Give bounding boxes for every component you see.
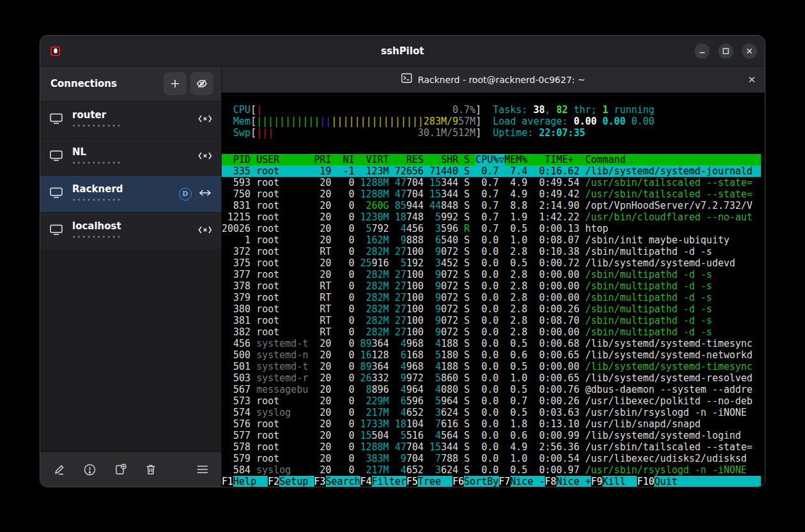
fkey-F2-label[interactable]: Setup bbox=[279, 476, 314, 487]
fkey-F4-label[interactable]: Filter bbox=[372, 476, 406, 487]
process-row-20026[interactable]: 20026 root 20 0 5792 4456 3596 R 0.7 0.5… bbox=[222, 223, 761, 234]
process-row-379[interactable]: 379 root RT 0 282M 27100 9072 S 0.0 2.8 … bbox=[222, 292, 761, 303]
copy-plus-icon bbox=[114, 463, 127, 476]
fkey-F9[interactable]: F9 bbox=[591, 476, 602, 487]
fkey-F7-label[interactable]: Nice - bbox=[510, 476, 545, 487]
pencil-icon bbox=[53, 463, 66, 476]
disconnected-link-icon bbox=[198, 225, 212, 237]
fkey-F1[interactable]: F1 bbox=[222, 476, 233, 487]
process-row-1215[interactable]: 1215 root 20 0 1230M 18748 5992 S 0.7 1.… bbox=[222, 211, 761, 223]
fkey-F7[interactable]: F7 bbox=[499, 476, 510, 487]
swp-meter: Swp[||| 30.1M/512M] Uptime: 22:07:35 bbox=[222, 127, 761, 139]
process-row-578[interactable]: 578 root 20 0 1288M 47704 15344 S 0.0 4.… bbox=[222, 441, 761, 453]
maximize-icon bbox=[722, 47, 730, 55]
process-row-503[interactable]: 503 systemd-r 20 0 26332 9972 5860 S 0.0… bbox=[222, 372, 761, 384]
process-row-576[interactable]: 576 root 20 0 1733M 18104 7616 S 0.0 1.8… bbox=[222, 418, 761, 430]
process-row-375[interactable]: 375 root 20 0 25916 5192 3452 S 0.0 0.5 … bbox=[222, 257, 761, 269]
fkey-F8-label[interactable]: Nice + bbox=[556, 476, 591, 487]
process-row-567[interactable]: 567 messagebu 20 0 8896 4964 4080 S 0.0 … bbox=[222, 384, 761, 395]
fkey-F10-label[interactable]: Quit bbox=[654, 476, 689, 487]
connection-name: router bbox=[72, 110, 198, 121]
process-row-500[interactable]: 500 systemd-n 20 0 16128 6168 5180 S 0.0… bbox=[222, 349, 761, 361]
hide-passwords-button[interactable] bbox=[190, 72, 213, 95]
fkey-F10[interactable]: F10 bbox=[637, 476, 654, 487]
fkey-F8[interactable]: F8 bbox=[545, 476, 556, 487]
connection-password-mask: •••••••••• bbox=[72, 159, 198, 167]
process-row-573[interactable]: 573 root 20 0 229M 6596 5964 S 0.0 0.7 0… bbox=[222, 395, 761, 407]
connection-info-button[interactable] bbox=[83, 463, 96, 476]
computer-icon bbox=[49, 149, 65, 164]
fkey-bar: F1Help F2Setup F3SearchF4FilterF5Tree F6… bbox=[222, 476, 761, 487]
app-icon bbox=[50, 46, 60, 56]
process-row-380[interactable]: 380 root RT 0 282M 27100 9072 S 0.0 2.8 … bbox=[222, 303, 761, 315]
process-row-372[interactable]: 372 root RT 0 282M 27100 9072 S 0.0 2.8 … bbox=[222, 246, 761, 257]
trash-icon bbox=[144, 463, 157, 476]
connection-password-mask: •••••••••• bbox=[72, 233, 198, 241]
maximize-button[interactable] bbox=[718, 43, 733, 59]
fkey-F5[interactable]: F5 bbox=[406, 476, 418, 487]
process-row-831[interactable]: 831 root 20 0 260G 85944 44848 S 0.7 8.8… bbox=[222, 200, 761, 211]
fkey-F5-label[interactable]: Tree bbox=[418, 476, 452, 487]
mem-meter: Mem[|||||||||||||||||||||||||||||283M/95… bbox=[222, 116, 761, 127]
computer-icon bbox=[49, 224, 65, 238]
computer-icon bbox=[49, 112, 65, 127]
hamburger-menu-icon bbox=[197, 465, 208, 474]
fkey-F3[interactable]: F3 bbox=[314, 476, 326, 487]
process-row-378[interactable]: 378 root RT 0 282M 27100 9072 S 0.0 2.8 … bbox=[222, 280, 761, 292]
process-row-382[interactable]: 382 root RT 0 282M 27100 9072 S 0.0 2.8 … bbox=[222, 326, 761, 338]
titlebar: sshPilot bbox=[40, 36, 765, 66]
minimize-button[interactable] bbox=[694, 43, 710, 59]
fkey-F2[interactable]: F2 bbox=[268, 476, 279, 487]
computer-icon bbox=[49, 186, 65, 201]
fkey-F3-label[interactable]: Search bbox=[326, 476, 360, 487]
disconnected-link-icon bbox=[198, 114, 212, 126]
connection-name: Racknerd bbox=[72, 184, 179, 195]
main-menu-button[interactable] bbox=[197, 465, 208, 474]
eye-off-icon bbox=[195, 77, 208, 90]
delete-connection-button[interactable] bbox=[144, 463, 157, 476]
sort-column-cpu[interactable]: CPU%▽ bbox=[475, 154, 504, 165]
add-connection-button[interactable] bbox=[164, 72, 187, 95]
process-table-header[interactable]: PID USER PRI NI VIRT RES SHR S CPU%▽MEM%… bbox=[222, 154, 761, 165]
duplicate-connection-button[interactable] bbox=[114, 463, 127, 476]
fkey-F6-label[interactable]: SortBy bbox=[464, 476, 498, 487]
process-row-501[interactable]: 501 systemd-t 20 0 89364 4968 4188 S 0.0… bbox=[222, 361, 761, 372]
connection-row-racknerd[interactable]: Racknerd••••••••••D bbox=[40, 176, 221, 213]
process-row-584[interactable]: 584 syslog 20 0 217M 4652 3624 S 0.0 0.5… bbox=[222, 464, 761, 476]
tab-close-button[interactable]: ✕ bbox=[747, 75, 756, 84]
connection-password-mask: •••••••••• bbox=[72, 196, 179, 204]
process-row-377[interactable]: 377 root 20 0 282M 27100 9072 S 0.0 2.8 … bbox=[222, 269, 761, 280]
process-row-577[interactable]: 577 root 20 0 15504 5516 4564 S 0.0 0.6 … bbox=[222, 430, 761, 441]
fkey-F4[interactable]: F4 bbox=[360, 476, 372, 487]
fkey-F9-label[interactable]: Kill bbox=[602, 476, 637, 487]
process-row-593[interactable]: 593 root 20 0 1288M 47704 15344 S 0.7 4.… bbox=[222, 177, 761, 188]
plus-icon bbox=[169, 78, 181, 89]
sidebar-toolbar bbox=[40, 452, 221, 487]
process-row-579[interactable]: 579 root 20 0 383M 9704 7788 S 0.0 1.0 0… bbox=[222, 453, 761, 464]
connection-row-router[interactable]: router•••••••••• bbox=[40, 102, 221, 139]
process-row-574[interactable]: 574 syslog 20 0 217M 4652 3624 S 0.0 0.5… bbox=[222, 407, 761, 418]
connected-link-icon bbox=[198, 188, 212, 200]
edit-connection-button[interactable] bbox=[53, 463, 66, 476]
process-row-381[interactable]: 381 root RT 0 282M 27100 9072 S 0.0 2.8 … bbox=[222, 315, 761, 326]
minimize-icon bbox=[698, 47, 706, 55]
process-row-335[interactable]: 335 root 19 -1 123M 72656 71440 S 0.7 7.… bbox=[222, 165, 761, 177]
connection-row-localhost[interactable]: localhost•••••••••• bbox=[40, 213, 221, 250]
terminal-screen[interactable]: CPU[| 0.7%] Tasks: 38, 82 thr; 1 running… bbox=[222, 93, 765, 487]
window-controls bbox=[694, 43, 757, 59]
process-row-750[interactable]: 750 root 20 0 1288M 47704 15344 S 0.7 4.… bbox=[222, 188, 761, 200]
connection-name: NL bbox=[72, 147, 198, 158]
fkey-F1-label[interactable]: Help bbox=[233, 476, 268, 487]
connection-row-nl[interactable]: NL•••••••••• bbox=[40, 139, 221, 176]
window-title: sshPilot bbox=[381, 45, 424, 57]
tab-title: Racknerd - root@racknerd-0c9627: ~ bbox=[418, 75, 585, 85]
sidebar-header: Connections bbox=[40, 66, 221, 102]
terminal-tab[interactable]: Racknerd - root@racknerd-0c9627: ~ ✕ bbox=[222, 66, 765, 93]
cpu-meter: CPU[| 0.7%] Tasks: 38, 82 thr; 1 running bbox=[222, 104, 761, 116]
process-row-1[interactable]: 1 root 20 0 162M 9888 6540 S 0.0 1.0 0:0… bbox=[222, 234, 761, 246]
sidebar: Connections router••••••••••NL••••••••••… bbox=[40, 66, 222, 487]
process-row-456[interactable]: 456 systemd-t 20 0 89364 4968 4188 S 0.0… bbox=[222, 338, 761, 349]
fkey-F6[interactable]: F6 bbox=[452, 476, 464, 487]
fkey-bar-fill bbox=[689, 476, 761, 487]
close-button[interactable] bbox=[742, 43, 757, 59]
